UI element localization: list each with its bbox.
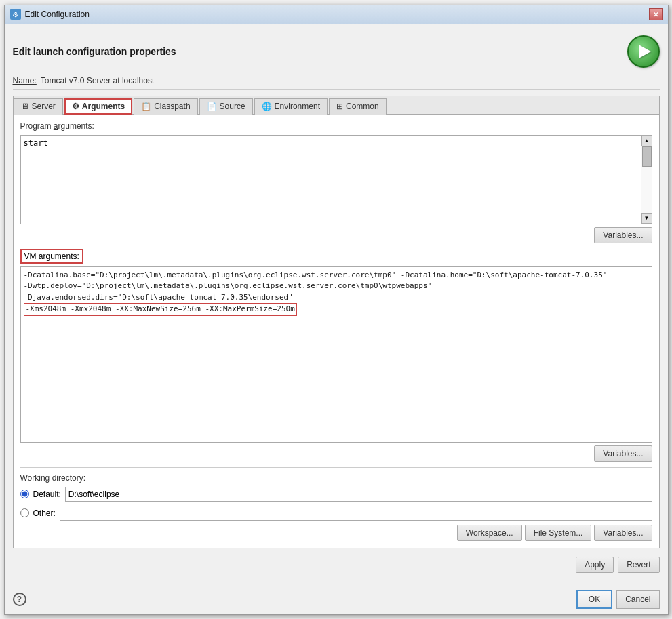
tab-content: Program arguments: start ▲ ▼ Va	[14, 115, 659, 548]
program-arguments-textarea[interactable]: start	[21, 136, 639, 224]
environment-tab-label: Environment	[275, 102, 320, 111]
default-radio-label: Default:	[33, 490, 61, 499]
common-tab-icon: ⊞	[336, 102, 343, 111]
edit-configuration-dialog: ⚙ Edit Configuration ✕ Edit launch confi…	[4, 5, 669, 615]
dialog-title: Edit Configuration	[25, 9, 90, 19]
dir-variables-button[interactable]: Variables...	[594, 525, 652, 541]
vm-arguments-label-container: VM arguments:	[20, 249, 83, 264]
scrollbar-down-btn[interactable]: ▼	[641, 213, 652, 224]
title-bar: ⚙ Edit Configuration ✕	[5, 5, 668, 24]
other-directory-input[interactable]	[60, 506, 652, 521]
classpath-tab-icon: 📋	[141, 102, 151, 111]
cancel-button[interactable]: Cancel	[616, 590, 659, 609]
classpath-tab-label: Classpath	[154, 102, 190, 111]
vm-arguments-section: VM arguments: -Dcatalina.base="D:\projec…	[20, 249, 652, 462]
source-tab-icon: 📄	[207, 102, 217, 111]
tab-common[interactable]: ⊞ Common	[329, 98, 387, 115]
program-arguments-textarea-container: start ▲ ▼	[20, 135, 652, 224]
program-args-variables-row: Variables...	[20, 227, 652, 243]
play-icon	[639, 45, 651, 58]
server-tab-icon: 🖥	[21, 102, 29, 111]
default-radio-row: Default:	[20, 487, 652, 502]
tab-arguments[interactable]: ⚙ Arguments	[64, 98, 132, 115]
program-args-scrollbar[interactable]: ▲ ▼	[641, 136, 652, 224]
bottom-buttons: ? OK Cancel	[5, 584, 668, 614]
common-tab-label: Common	[346, 102, 379, 111]
arguments-tab-label: Arguments	[82, 102, 125, 111]
scrollbar-track	[641, 146, 652, 213]
vm-args-variables-row: Variables...	[20, 445, 652, 462]
name-row: Name: Tomcat v7.0 Server at localhost	[13, 76, 660, 90]
working-directory-label: Working directory:	[20, 473, 652, 483]
dialog-icon: ⚙	[10, 9, 21, 20]
apply-revert-row: Apply Revert	[13, 554, 660, 576]
file-system-button[interactable]: File System...	[525, 525, 592, 541]
vm-line-1: -Dcatalina.base="D:\project\lm\.metadata…	[24, 270, 649, 281]
environment-tab-icon: 🌐	[262, 102, 272, 111]
tab-environment[interactable]: 🌐 Environment	[254, 98, 328, 115]
other-radio[interactable]	[20, 508, 29, 517]
scrollbar-up-btn[interactable]: ▲	[641, 136, 652, 146]
apply-button[interactable]: Apply	[576, 557, 614, 573]
main-panel: 🖥 Server ⚙ Arguments 📋 Classpath 📄 Sourc…	[13, 96, 660, 548]
content-area: Edit launch configuration properties Nam…	[5, 24, 668, 584]
tab-server[interactable]: 🖥 Server	[14, 98, 63, 115]
close-button[interactable]: ✕	[649, 8, 663, 20]
arguments-tab-icon: ⚙	[72, 102, 79, 111]
vm-args-variables-button[interactable]: Variables...	[594, 445, 652, 462]
working-directory-section: Working directory: Default: Other: Works…	[20, 467, 652, 541]
program-arguments-label: Program arguments:	[20, 121, 652, 131]
default-radio[interactable]	[20, 490, 29, 498]
vm-arguments-textarea-container: -Dcatalina.base="D:\project\lm\.metadata…	[20, 266, 652, 443]
name-label: Name:	[13, 76, 37, 85]
tab-classpath[interactable]: 📋 Classpath	[134, 98, 197, 115]
bottom-left: ?	[13, 590, 572, 609]
ok-button[interactable]: OK	[576, 590, 612, 609]
header-section: Edit launch configuration properties	[13, 33, 660, 71]
default-directory-input[interactable]	[65, 487, 652, 502]
program-arguments-section: Program arguments: start ▲ ▼ Va	[20, 121, 652, 243]
tab-bar: 🖥 Server ⚙ Arguments 📋 Classpath 📄 Sourc…	[14, 96, 659, 115]
tab-source[interactable]: 📄 Source	[199, 98, 253, 115]
vm-line-3: -Djava.endorsed.dirs="D:\soft\apache-tom…	[24, 292, 649, 304]
help-button[interactable]: ?	[13, 593, 26, 606]
workspace-button[interactable]: Workspace...	[457, 525, 522, 541]
title-bar-buttons: ✕	[649, 8, 663, 20]
vm-arguments-content[interactable]: -Dcatalina.base="D:\project\lm\.metadata…	[21, 267, 652, 319]
program-args-variables-button[interactable]: Variables...	[594, 227, 652, 243]
page-title: Edit launch configuration properties	[13, 46, 176, 57]
play-button[interactable]	[627, 35, 660, 68]
other-radio-label: Other:	[33, 508, 56, 518]
vm-arguments-label: VM arguments:	[24, 252, 79, 261]
vm-line-4: -Xms2048m -Xmx2048m -XX:MaxNewSize=256m …	[24, 303, 649, 316]
name-value: Tomcat v7.0 Server at localhost	[41, 76, 154, 85]
title-bar-left: ⚙ Edit Configuration	[10, 9, 90, 20]
vm-highlighted-text: -Xms2048m -Xmx2048m -XX:MaxNewSize=256m …	[24, 303, 297, 316]
revert-button[interactable]: Revert	[618, 557, 659, 573]
directory-buttons-row: Workspace... File System... Variables...	[20, 525, 652, 541]
vm-line-2: -Dwtp.deploy="D:\project\lm\.metadata\.p…	[24, 281, 649, 292]
scrollbar-thumb[interactable]	[642, 146, 652, 167]
server-tab-label: Server	[32, 102, 56, 111]
source-tab-label: Source	[220, 102, 245, 111]
other-radio-row: Other:	[20, 506, 652, 521]
